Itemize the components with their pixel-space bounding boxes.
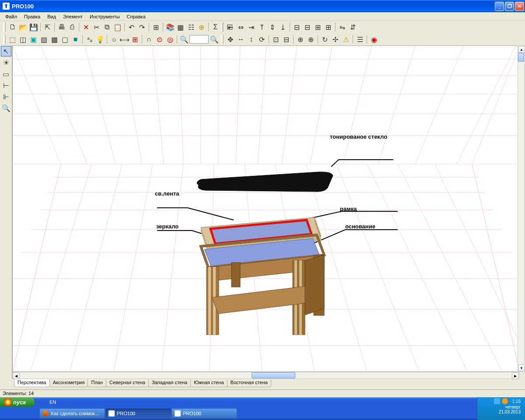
view-realistic-icon[interactable]: ▩ [49, 35, 60, 44]
menu-tools[interactable]: Инструменты [86, 13, 123, 20]
tab-plan[interactable]: План [88, 379, 106, 387]
close-button[interactable]: ✕ [515, 2, 524, 11]
tab-north-wall[interactable]: Северная стена [106, 379, 149, 387]
object-base[interactable] [201, 235, 324, 335]
structure-icon[interactable]: ☷ [186, 22, 196, 32]
light-icon[interactable]: 💡 [95, 35, 105, 44]
price-icon[interactable]: ⊕ [196, 22, 206, 32]
spacing-v-icon[interactable]: ⊞ [323, 22, 333, 32]
save-file-icon[interactable]: 💾 [28, 22, 38, 32]
ungroup-icon[interactable]: ⊟ [281, 35, 291, 44]
tray-icon-1[interactable] [494, 398, 500, 404]
tab-south-wall[interactable]: Южная стена [190, 379, 227, 387]
print-preview-icon[interactable]: ⎙ [67, 22, 77, 32]
align-left-icon[interactable]: ⇤ [225, 22, 235, 32]
scroll-up-icon[interactable]: ▲ [518, 46, 525, 53]
scrollbar-horizontal[interactable]: ◀ ▶ [12, 372, 519, 379]
tab-axonometry[interactable]: Аксонометрия [49, 379, 88, 387]
target-icon[interactable]: ◎ [165, 35, 175, 44]
toolbar-grip[interactable] [221, 35, 224, 44]
taskbar-item-pro100-1[interactable]: PRO100 [105, 408, 171, 419]
viewport-3d[interactable]: тонированое стекло св.лента рамка зеркал… [12, 46, 519, 372]
align-middle-icon[interactable]: ⇕ [267, 22, 277, 32]
delete-icon[interactable]: ✕ [81, 22, 91, 32]
scroll-down-icon[interactable]: ▼ [518, 364, 525, 371]
spacing-h-icon[interactable]: ⊞ [313, 22, 323, 32]
align-right-icon[interactable]: ⇥ [246, 22, 256, 32]
taskbar-item-firefox[interactable]: Как сделать снимок... [39, 408, 105, 419]
rotate-icon[interactable]: ⟳ [257, 35, 267, 44]
group-icon[interactable]: ⊡ [271, 35, 281, 44]
language-indicator[interactable]: EN [48, 399, 58, 406]
menu-help[interactable]: Справка [123, 13, 149, 20]
view-draft-icon[interactable]: ◫ [18, 35, 28, 44]
zoom-input[interactable] [189, 35, 209, 44]
align-bottom-icon[interactable]: ⤓ [278, 22, 288, 32]
tab-east-wall[interactable]: Восточная стена [227, 379, 271, 387]
cut-icon[interactable]: ✂ [91, 22, 102, 32]
materials-icon[interactable]: ▦ [175, 22, 186, 32]
move-xy-icon[interactable]: ↔ [236, 35, 246, 44]
start-button[interactable]: пуск [0, 397, 35, 407]
tab-perspective[interactable]: Перспектива [14, 379, 50, 387]
taskbar-item-pro100-2[interactable]: PRO100 [172, 408, 237, 419]
view-outline-icon[interactable]: ▢ [60, 35, 70, 44]
tray-icon-2[interactable] [502, 398, 508, 404]
zoom-tool-icon[interactable]: 🔍 [1, 103, 11, 113]
library-icon[interactable]: 📚 [165, 22, 175, 32]
toolbar-grip[interactable] [3, 35, 6, 44]
labels-icon[interactable]: ᵃₐ [84, 35, 94, 44]
redo-icon[interactable]: ↷ [137, 22, 147, 32]
move-z-icon[interactable]: ↕ [246, 35, 256, 44]
distribute-h-icon[interactable]: ⊟ [292, 22, 302, 32]
minimize-button[interactable]: _ [495, 2, 504, 11]
tool-extra-icon[interactable]: ☰ [355, 35, 365, 44]
center-h-icon[interactable]: ⊕ [295, 35, 305, 44]
link-tool-icon[interactable]: ⊩ [1, 91, 11, 102]
dimensions-icon[interactable]: ⟷ [119, 35, 130, 44]
align-center-h-icon[interactable]: ⇔ [236, 22, 246, 32]
properties-icon[interactable]: ⊞ [151, 22, 161, 32]
panel-tool-icon[interactable]: ▭ [1, 69, 11, 79]
export-icon[interactable]: ⇱ [42, 22, 52, 32]
center-v-icon[interactable]: ⊕ [306, 35, 316, 44]
menu-element[interactable]: Элемент [60, 13, 86, 20]
dim-tool-icon[interactable]: ⊢ [1, 80, 11, 91]
maximize-button[interactable]: ❐ [505, 2, 514, 11]
snap-icon[interactable]: ∩ [144, 35, 154, 44]
scroll-left-icon[interactable]: ◀ [13, 372, 20, 379]
scroll-right-icon[interactable]: ▶ [512, 372, 519, 379]
toolbar-grip[interactable] [221, 22, 224, 32]
new-file-icon[interactable]: 🗋 [7, 22, 18, 32]
rotate-axis-icon[interactable]: ✢ [330, 35, 340, 44]
toolbar-grip[interactable] [3, 22, 6, 32]
scrollbar-vertical[interactable]: ▲ ▼ [518, 46, 525, 372]
shadows-icon[interactable]: ☼ [109, 35, 119, 44]
zoom-in-icon[interactable]: 🔍 [179, 35, 189, 44]
menu-file[interactable]: Файл [2, 13, 21, 20]
grid-icon[interactable]: ⊞ [130, 35, 140, 44]
light-tool-icon[interactable]: ☀ [1, 57, 11, 68]
view-wireframe-icon[interactable]: ⬚ [7, 35, 18, 44]
warning-icon[interactable]: ⚠ [341, 35, 351, 44]
view-texture-icon[interactable]: ▨ [39, 35, 49, 44]
select-tool-icon[interactable]: ↖ [1, 46, 11, 56]
menu-edit[interactable]: Правка [21, 13, 44, 20]
undo-icon[interactable]: ↶ [126, 22, 136, 32]
object-tinted-glass[interactable] [197, 172, 333, 192]
record-icon[interactable]: ◉ [369, 35, 379, 44]
open-file-icon[interactable]: 📂 [18, 22, 28, 32]
tab-west-wall[interactable]: Западная стена [148, 379, 191, 387]
view-shaded-icon[interactable]: ■ [70, 35, 80, 44]
distribute-v-icon[interactable]: ⊟ [302, 22, 312, 32]
copy-icon[interactable]: ⧉ [102, 22, 112, 32]
rotate-cw-icon[interactable]: ↻ [320, 35, 330, 44]
align-top-icon[interactable]: ⤒ [257, 22, 267, 32]
magnet-icon[interactable]: ⊙ [154, 35, 164, 44]
view-color-icon[interactable]: ▣ [28, 35, 38, 44]
paste-icon[interactable]: 📋 [112, 22, 122, 32]
menu-view[interactable]: Вид [44, 13, 60, 20]
flip-v-icon[interactable]: ⇵ [348, 22, 358, 32]
move-icon[interactable]: ✥ [225, 35, 235, 44]
system-tray[interactable]: 1:15 четверг 21.03.2013 [477, 397, 525, 420]
